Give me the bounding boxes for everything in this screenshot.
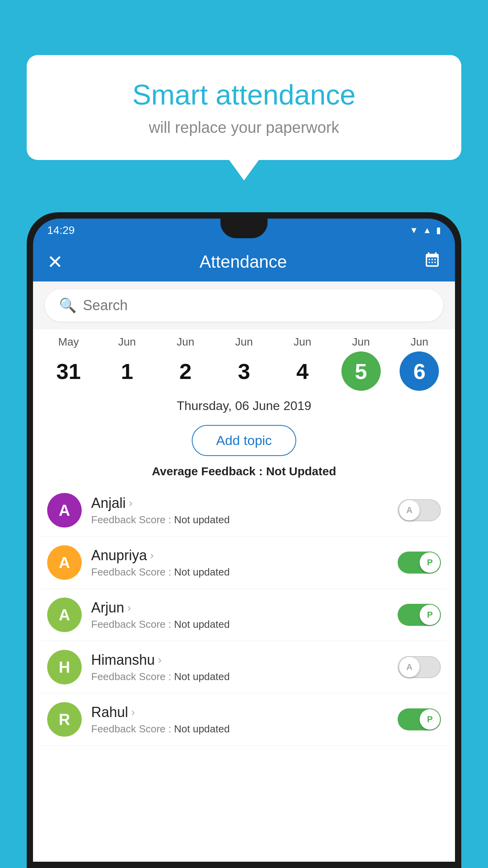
toggle-knob: P bbox=[420, 709, 440, 730]
date-month: Jun bbox=[352, 336, 370, 348]
avg-feedback-label: Average Feedback : bbox=[152, 465, 266, 478]
student-item: RRahul ›Feedback Score : Not updatedP bbox=[41, 693, 447, 746]
date-month: Jun bbox=[411, 336, 428, 348]
student-item: AAnupriya ›Feedback Score : Not updatedP bbox=[41, 537, 447, 589]
date-item[interactable]: Jun1 bbox=[103, 336, 150, 391]
status-icons: ▼ ▲ ▮ bbox=[409, 225, 441, 235]
date-month: May bbox=[58, 336, 79, 348]
toggle-knob: P bbox=[420, 552, 440, 573]
student-name[interactable]: Rahul › bbox=[91, 704, 388, 721]
signal-icon: ▲ bbox=[423, 225, 431, 235]
date-day[interactable]: 2 bbox=[166, 351, 205, 391]
search-input-container[interactable]: 🔍 bbox=[45, 289, 443, 322]
date-day[interactable]: 31 bbox=[49, 351, 88, 391]
speech-bubble: Smart attendance will replace your paper… bbox=[27, 55, 461, 160]
status-time: 14:29 bbox=[47, 224, 75, 237]
attendance-toggle[interactable]: P bbox=[398, 708, 441, 730]
date-item[interactable]: Jun4 bbox=[279, 336, 326, 391]
student-name[interactable]: Anupriya › bbox=[91, 547, 388, 564]
student-name[interactable]: Himanshu › bbox=[91, 652, 388, 668]
feedback-score: Feedback Score : Not updated bbox=[91, 723, 388, 735]
chevron-icon: › bbox=[129, 497, 132, 509]
date-day[interactable]: 6 bbox=[400, 351, 439, 391]
feedback-score: Feedback Score : Not updated bbox=[91, 671, 388, 683]
attendance-toggle[interactable]: A bbox=[398, 499, 441, 521]
avg-feedback-value: Not Updated bbox=[266, 465, 336, 478]
student-list: AAnjali ›Feedback Score : Not updatedAAA… bbox=[33, 484, 455, 746]
student-item: HHimanshu ›Feedback Score : Not updatedA bbox=[41, 641, 447, 693]
toggle-knob: A bbox=[399, 657, 420, 677]
toggle-container[interactable]: A bbox=[398, 656, 441, 678]
avg-feedback: Average Feedback : Not Updated bbox=[33, 460, 455, 484]
date-item[interactable]: Jun2 bbox=[162, 336, 209, 391]
status-bar: 14:29 ▼ ▲ ▮ bbox=[33, 219, 455, 242]
search-icon: 🔍 bbox=[59, 297, 77, 314]
phone-inner: 14:29 ▼ ▲ ▮ ✕ Attendance 🔍 bbox=[33, 219, 455, 862]
app-bar: ✕ Attendance bbox=[33, 242, 455, 281]
attendance-toggle[interactable]: P bbox=[398, 604, 441, 626]
feedback-score: Feedback Score : Not updated bbox=[91, 514, 388, 526]
date-day[interactable]: 5 bbox=[341, 351, 381, 391]
feedback-score: Feedback Score : Not updated bbox=[91, 618, 388, 631]
wifi-icon: ▼ bbox=[409, 225, 418, 235]
date-item[interactable]: Jun3 bbox=[220, 336, 268, 391]
notch bbox=[220, 219, 268, 238]
add-topic-button[interactable]: Add topic bbox=[192, 425, 296, 456]
toggle-knob: P bbox=[420, 605, 440, 625]
student-info: Anjali ›Feedback Score : Not updated bbox=[91, 495, 388, 526]
date-month: Jun bbox=[118, 336, 136, 348]
toggle-knob: A bbox=[399, 500, 420, 520]
toggle-container[interactable]: A bbox=[398, 499, 441, 521]
chevron-icon: › bbox=[131, 706, 135, 719]
date-item[interactable]: Jun5 bbox=[338, 336, 385, 391]
app-bar-title: Attendance bbox=[200, 252, 287, 272]
bubble-title: Smart attendance bbox=[54, 79, 434, 111]
student-info: Himanshu ›Feedback Score : Not updated bbox=[91, 652, 388, 683]
battery-icon: ▮ bbox=[436, 225, 441, 235]
date-label: Thursday, 06 June 2019 bbox=[33, 391, 455, 421]
bubble-subtitle: will replace your paperwork bbox=[54, 119, 434, 136]
date-item[interactable]: May31 bbox=[45, 336, 92, 391]
app-content: 🔍 May31Jun1Jun2Jun3Jun4Jun5Jun6 Thursday… bbox=[33, 281, 455, 862]
date-strip: May31Jun1Jun2Jun3Jun4Jun5Jun6 bbox=[33, 329, 455, 391]
student-info: Anupriya ›Feedback Score : Not updated bbox=[91, 547, 388, 578]
chevron-icon: › bbox=[150, 549, 154, 562]
date-month: Jun bbox=[177, 336, 194, 348]
student-item: AAnjali ›Feedback Score : Not updatedA bbox=[41, 484, 447, 537]
search-input[interactable] bbox=[83, 297, 429, 314]
student-item: AArjun ›Feedback Score : Not updatedP bbox=[41, 589, 447, 641]
search-bar: 🔍 bbox=[33, 281, 455, 329]
date-day[interactable]: 4 bbox=[283, 351, 322, 391]
avatar: H bbox=[47, 650, 82, 684]
date-day[interactable]: 1 bbox=[107, 351, 147, 391]
calendar-icon[interactable] bbox=[424, 252, 441, 272]
toggle-container[interactable]: P bbox=[398, 552, 441, 574]
phone-frame: 14:29 ▼ ▲ ▮ ✕ Attendance 🔍 bbox=[27, 212, 461, 868]
student-name[interactable]: Arjun › bbox=[91, 600, 388, 616]
toggle-container[interactable]: P bbox=[398, 708, 441, 730]
avatar: A bbox=[47, 545, 82, 580]
date-item[interactable]: Jun6 bbox=[396, 336, 443, 391]
chevron-icon: › bbox=[127, 601, 131, 614]
close-button[interactable]: ✕ bbox=[47, 251, 63, 273]
avatar: R bbox=[47, 702, 82, 737]
feedback-score: Feedback Score : Not updated bbox=[91, 566, 388, 578]
avatar: A bbox=[47, 598, 82, 632]
attendance-toggle[interactable]: A bbox=[398, 656, 441, 678]
toggle-container[interactable]: P bbox=[398, 604, 441, 626]
attendance-toggle[interactable]: P bbox=[398, 552, 441, 574]
avatar: A bbox=[47, 493, 82, 528]
date-day[interactable]: 3 bbox=[224, 351, 264, 391]
student-info: Arjun ›Feedback Score : Not updated bbox=[91, 600, 388, 631]
student-info: Rahul ›Feedback Score : Not updated bbox=[91, 704, 388, 735]
date-month: Jun bbox=[235, 336, 253, 348]
date-month: Jun bbox=[294, 336, 311, 348]
speech-bubble-container: Smart attendance will replace your paper… bbox=[27, 55, 461, 160]
chevron-icon: › bbox=[158, 654, 161, 666]
student-name[interactable]: Anjali › bbox=[91, 495, 388, 511]
